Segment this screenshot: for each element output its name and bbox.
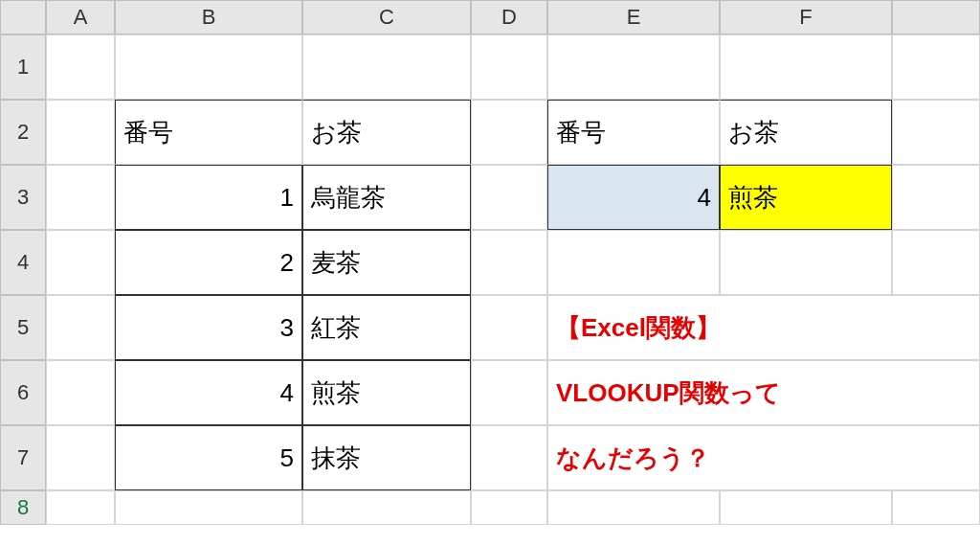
cell-A7[interactable] [46,425,115,490]
cell-G8[interactable] [892,490,980,525]
cell-C7[interactable]: 抹茶 [302,425,471,490]
cell-A6[interactable] [46,360,115,425]
row-header-2[interactable]: 2 [0,100,46,165]
cell-D6[interactable] [471,360,547,425]
cell-E5[interactable]: 【Excel関数】 [547,295,980,360]
cell-A8[interactable] [46,490,115,525]
cell-G2[interactable] [892,100,980,165]
cell-A2[interactable] [46,100,115,165]
cell-B6[interactable]: 4 [115,360,302,425]
cell-A3[interactable] [46,165,115,230]
cell-D5[interactable] [471,295,547,360]
cell-E6[interactable]: VLOOKUP関数って [547,360,980,425]
caption-line-1: 【Excel関数】 [556,311,721,345]
cell-B1[interactable] [115,34,302,100]
select-all-corner[interactable] [0,0,46,34]
col-header-B[interactable]: B [115,0,302,34]
row-header-1[interactable]: 1 [0,34,46,100]
col-header-G[interactable] [892,0,980,34]
cell-F8[interactable] [720,490,892,525]
col-header-C[interactable]: C [302,0,471,34]
cell-G4[interactable] [892,230,980,295]
caption-line-2: VLOOKUP関数って [556,376,781,410]
col-header-E[interactable]: E [547,0,720,34]
cell-F4[interactable] [720,230,892,295]
row-header-4[interactable]: 4 [0,230,46,295]
col-header-F[interactable]: F [720,0,892,34]
cell-E8[interactable] [547,490,720,525]
row-header-8[interactable]: 8 [0,490,46,525]
cell-B2[interactable]: 番号 [115,100,302,165]
cell-A5[interactable] [46,295,115,360]
cell-C1[interactable] [302,34,471,100]
col-header-D[interactable]: D [471,0,547,34]
cell-A4[interactable] [46,230,115,295]
cell-C2[interactable]: お茶 [302,100,471,165]
spreadsheet[interactable]: A B C D E F 1 2 番号 お茶 番号 お茶 3 1 烏龍茶 4 煎茶… [0,0,980,525]
cell-F1[interactable] [720,34,892,100]
cell-D2[interactable] [471,100,547,165]
cell-E3[interactable]: 4 [547,165,720,230]
cell-E4[interactable] [547,230,720,295]
caption-line-3: なんだろう？ [556,442,710,475]
cell-D3[interactable] [471,165,547,230]
row-header-5[interactable]: 5 [0,295,46,360]
cell-E2[interactable]: 番号 [547,100,720,165]
cell-A1[interactable] [46,34,115,100]
cell-B3[interactable]: 1 [115,165,302,230]
cell-G1[interactable] [892,34,980,100]
cell-D7[interactable] [471,425,547,490]
row-header-3[interactable]: 3 [0,165,46,230]
cell-B8[interactable] [115,490,302,525]
cell-D8[interactable] [471,490,547,525]
cell-D4[interactable] [471,230,547,295]
cell-C3[interactable]: 烏龍茶 [302,165,471,230]
cell-F3[interactable]: 煎茶 [720,165,892,230]
col-header-A[interactable]: A [46,0,115,34]
row-header-7[interactable]: 7 [0,425,46,490]
cell-G3[interactable] [892,165,980,230]
cell-C5[interactable]: 紅茶 [302,295,471,360]
cell-E7[interactable]: なんだろう？ [547,425,980,490]
cell-B5[interactable]: 3 [115,295,302,360]
cell-B4[interactable]: 2 [115,230,302,295]
cell-F2[interactable]: お茶 [720,100,892,165]
cell-D1[interactable] [471,34,547,100]
cell-E1[interactable] [547,34,720,100]
cell-C8[interactable] [302,490,471,525]
row-header-6[interactable]: 6 [0,360,46,425]
cell-C4[interactable]: 麦茶 [302,230,471,295]
cell-C6[interactable]: 煎茶 [302,360,471,425]
cell-B7[interactable]: 5 [115,425,302,490]
